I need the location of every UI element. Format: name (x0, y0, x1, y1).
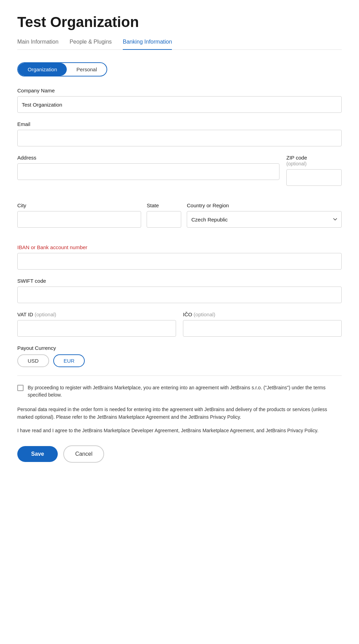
company-name-label: Company Name (17, 88, 342, 93)
payout-eur-button[interactable]: EUR (53, 354, 85, 367)
ico-optional: (optional) (194, 311, 215, 317)
tab-nav: Main Information People & Plugins Bankin… (17, 39, 342, 50)
payout-currency-group: USD EUR (17, 354, 342, 367)
address-label: Address (17, 155, 279, 161)
vat-input[interactable] (17, 320, 176, 337)
address-section: Address (17, 155, 279, 180)
vat-ico-row: VAT ID (optional) IČO (optional) (17, 311, 342, 337)
swift-section: SWIFT code (17, 278, 342, 303)
company-name-section: Company Name (17, 88, 342, 113)
swift-input[interactable] (17, 287, 342, 303)
email-section: Email (17, 121, 342, 146)
tab-people-plugins[interactable]: People & Plugins (70, 39, 112, 50)
iban-label: IBAN or Bank account number (17, 244, 342, 250)
toggle-organization[interactable]: Organization (18, 63, 67, 76)
zip-input[interactable] (286, 169, 342, 186)
cancel-button[interactable]: Cancel (63, 445, 104, 463)
save-button[interactable]: Save (17, 446, 58, 462)
zip-label: ZIP code (optional) (286, 155, 342, 166)
iban-input[interactable] (17, 253, 342, 270)
account-type-toggle: Organization Personal (17, 62, 107, 76)
email-input[interactable] (17, 130, 342, 146)
tab-banking-information[interactable]: Banking Information (123, 39, 172, 50)
address-zip-row: Address ZIP code (optional) (17, 155, 342, 194)
zip-optional: (optional) (286, 161, 306, 166)
city-label: City (17, 202, 141, 208)
agreement-section: By proceeding to register with JetBrains… (17, 384, 342, 434)
address-input[interactable] (17, 163, 279, 180)
zip-section: ZIP code (optional) (286, 155, 342, 186)
button-row: Save Cancel (17, 445, 342, 463)
ico-label: IČO (optional) (183, 311, 342, 317)
vat-optional: (optional) (35, 311, 56, 317)
ico-section: IČO (optional) (183, 311, 342, 337)
vat-section: VAT ID (optional) (17, 311, 176, 337)
email-label: Email (17, 121, 342, 127)
agreement-checkbox[interactable] (17, 385, 24, 391)
city-section: City (17, 202, 141, 228)
agreement-checkbox-text: By proceeding to register with JetBrains… (28, 384, 342, 399)
tab-main-information[interactable]: Main Information (17, 39, 58, 50)
city-state-country-row: City State Country or Region Czech Repub… (17, 202, 342, 236)
country-select[interactable]: Czech Republic United States Germany Uni… (187, 211, 342, 228)
payout-currency-label: Payout Currency (17, 345, 342, 351)
swift-label: SWIFT code (17, 278, 342, 284)
iban-section: IBAN or Bank account number (17, 244, 342, 270)
page-title: Test Organization (17, 14, 342, 30)
state-input[interactable] (147, 211, 181, 228)
country-section: Country or Region Czech Republic United … (187, 202, 342, 228)
divider (17, 375, 342, 376)
state-section: State (147, 202, 181, 228)
agreement-checkbox-row: By proceeding to register with JetBrains… (17, 384, 342, 399)
payout-usd-button[interactable]: USD (17, 354, 49, 367)
country-label: Country or Region (187, 202, 342, 208)
agreement-para-2: I have read and I agree to the JetBrains… (17, 427, 342, 434)
ico-input[interactable] (183, 320, 342, 337)
vat-label: VAT ID (optional) (17, 311, 176, 317)
company-name-input[interactable] (17, 96, 342, 113)
toggle-personal[interactable]: Personal (67, 63, 107, 76)
state-label: State (147, 202, 181, 208)
payout-currency-section: Payout Currency USD EUR (17, 345, 342, 367)
city-input[interactable] (17, 211, 141, 228)
agreement-para-1: Personal data required in the order form… (17, 406, 342, 421)
